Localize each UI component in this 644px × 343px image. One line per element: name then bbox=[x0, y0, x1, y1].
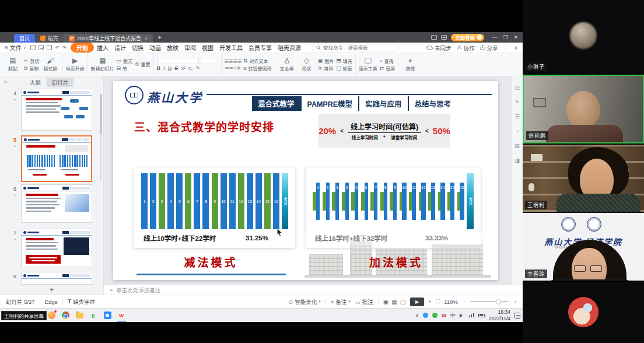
minimize-button[interactable]: — bbox=[492, 34, 497, 40]
slide-thumbnail-4[interactable] bbox=[21, 89, 92, 131]
save-icon[interactable] bbox=[30, 45, 36, 50]
clock[interactable]: 16:342022/11/4 bbox=[489, 309, 510, 321]
search-input[interactable] bbox=[323, 45, 393, 51]
new-slide-button[interactable]: ▦新建幻灯片 bbox=[91, 57, 114, 72]
fill-button[interactable]: ⬒填充 bbox=[336, 58, 352, 64]
participant-tile-3[interactable]: 王明利 bbox=[523, 145, 644, 212]
taskbar-file-explorer[interactable] bbox=[72, 309, 86, 322]
shapes-button[interactable]: ◇形状 bbox=[298, 57, 316, 72]
zoom-slider-knob[interactable] bbox=[496, 299, 501, 304]
taskbar-app-meeting[interactable] bbox=[100, 309, 114, 322]
menu-item-slideshow[interactable]: 放映 bbox=[164, 43, 181, 52]
menu-item-review[interactable]: 审阅 bbox=[181, 43, 199, 52]
sorter-view-icon[interactable]: ▦ bbox=[391, 299, 397, 305]
arrange-button[interactable]: ≋排列 bbox=[318, 65, 334, 72]
zoom-out-button[interactable]: − bbox=[463, 299, 466, 305]
notes-area[interactable]: ≡ 单击此处添加备注 bbox=[104, 285, 523, 295]
taskbar-app-chrome[interactable] bbox=[58, 309, 72, 322]
more-menu-icon[interactable]: ⋮ bbox=[503, 44, 509, 51]
font-family-select[interactable] bbox=[157, 58, 199, 64]
italic-button[interactable]: I bbox=[163, 65, 165, 71]
bold-button[interactable]: B bbox=[157, 65, 161, 71]
tray-app-green-icon[interactable] bbox=[432, 313, 438, 318]
tab-document[interactable]: P 2022年线上线下混合式报告 × bbox=[64, 34, 153, 43]
collab-button[interactable]: 协作 bbox=[457, 44, 475, 52]
present-tools-button[interactable]: 🖵演示工具 bbox=[359, 57, 377, 72]
taskbar-app-ie[interactable]: e bbox=[86, 309, 100, 322]
color-pane-icon[interactable]: ◨ bbox=[514, 158, 520, 163]
copy-button[interactable]: ⧉复制 bbox=[24, 65, 40, 72]
print-icon[interactable] bbox=[38, 45, 44, 50]
command-search[interactable] bbox=[312, 44, 399, 51]
menu-item-animation[interactable]: 动画 bbox=[146, 43, 164, 52]
collapse-panel-icon[interactable]: « bbox=[4, 79, 7, 85]
edit-icon[interactable]: ✎ bbox=[515, 99, 520, 105]
outline-list-icon[interactable]: ☰ bbox=[514, 114, 519, 120]
select-button[interactable]: ⌖选择 bbox=[401, 57, 419, 72]
highlight-button[interactable]: ✎ bbox=[196, 66, 201, 71]
tray-expand-icon[interactable]: ∧ bbox=[415, 313, 419, 318]
menu-item-docer-res[interactable]: 稻壳资源 bbox=[275, 43, 304, 52]
textbox-button[interactable]: A̲文本框 bbox=[278, 57, 296, 72]
play-from-current-button[interactable]: ▶当页开始 bbox=[66, 57, 85, 72]
underline-button[interactable]: U bbox=[168, 65, 172, 71]
reset-button[interactable]: ⟲重置 bbox=[135, 61, 150, 68]
tray-mail-icon[interactable]: M bbox=[442, 313, 446, 318]
participant-tile-1[interactable]: 小琳子 bbox=[523, 0, 644, 74]
menu-item-transition[interactable]: 切换 bbox=[129, 43, 146, 52]
slide-thumbnail-5-current[interactable] bbox=[21, 135, 92, 182]
font-size-select[interactable] bbox=[201, 58, 218, 64]
slide-thumbnail-6[interactable] bbox=[21, 184, 92, 223]
subscript-button[interactable]: X₂ bbox=[188, 66, 193, 71]
collapse-ribbon-icon[interactable]: ∧ bbox=[514, 44, 518, 51]
slide-thumbnail-8[interactable] bbox=[21, 272, 92, 285]
sync-status[interactable]: 未同步 bbox=[426, 44, 452, 52]
beautify-button[interactable]: ⊙智能美化▾ bbox=[288, 298, 321, 306]
menu-item-devtools[interactable]: 开发工具 bbox=[216, 43, 246, 52]
action-center-icon[interactable] bbox=[514, 313, 520, 318]
cut-button[interactable]: ✂剪切 bbox=[24, 58, 40, 64]
tab-home[interactable]: 首页 bbox=[14, 34, 35, 43]
panel-scrollbar[interactable] bbox=[100, 94, 102, 181]
align-text-button[interactable]: ⇅对齐文本 bbox=[243, 58, 272, 64]
share-button[interactable]: 分享 bbox=[480, 44, 498, 52]
close-button[interactable]: ✕ bbox=[513, 34, 518, 40]
replace-button[interactable]: ⇄替换 bbox=[380, 65, 396, 72]
selection-pane-icon[interactable]: ▤ bbox=[514, 143, 520, 149]
taskbar-app-wps[interactable]: W bbox=[114, 309, 128, 322]
slideshow-play-button[interactable]: ▶ bbox=[410, 298, 424, 306]
battery-icon[interactable] bbox=[478, 314, 485, 317]
zoom-slider[interactable] bbox=[470, 301, 509, 302]
properties-icon[interactable]: ◳ bbox=[514, 85, 520, 90]
redo-icon[interactable]: ↷ bbox=[62, 45, 67, 51]
tab-grid-icon[interactable] bbox=[441, 35, 447, 40]
paste-button[interactable]: ▤粘贴 bbox=[4, 57, 22, 72]
zoom-level[interactable]: 110% bbox=[444, 299, 458, 305]
participant-tile-2-active-speaker[interactable]: 佟艳鹏 bbox=[523, 75, 644, 144]
list-buttons[interactable]: ≔ ≕ ≡ ≣ bbox=[225, 65, 241, 71]
comments-button[interactable]: ▭批注 bbox=[355, 298, 373, 306]
tab-docer[interactable]: 稻壳 bbox=[35, 34, 64, 43]
maximize-button[interactable]: ❐ bbox=[503, 34, 508, 40]
zoom-in-button[interactable]: + bbox=[513, 299, 517, 305]
network-icon[interactable] bbox=[469, 313, 474, 317]
tab-outline[interactable]: 大纲 bbox=[30, 78, 41, 86]
missing-font-warning[interactable]: T缺失字体 bbox=[68, 298, 95, 306]
volume-icon[interactable] bbox=[460, 313, 465, 318]
reading-view-icon[interactable]: ▢ bbox=[400, 299, 405, 305]
participant-tile-4[interactable]: 燕山大学 经济学院 YANSHAN UNIVERSITY SCHOOL OF 李… bbox=[523, 213, 644, 281]
menu-item-home[interactable]: 开始 bbox=[71, 43, 94, 52]
new-tab-button[interactable]: + bbox=[158, 34, 161, 41]
slide-thumbnail-7[interactable] bbox=[21, 229, 92, 267]
add-slide-button[interactable]: + bbox=[50, 285, 54, 294]
format-painter-button[interactable]: 🖌格式刷 bbox=[42, 57, 60, 72]
menu-item-member[interactable]: 会员专享 bbox=[246, 43, 275, 52]
superscript-button[interactable]: X² bbox=[181, 66, 186, 71]
animation-pane-icon[interactable]: ◔ bbox=[516, 128, 519, 134]
file-menu[interactable]: ≡文件∨ bbox=[5, 43, 26, 52]
picture-button[interactable]: ▣图片 bbox=[318, 58, 334, 64]
section-button[interactable]: ⊟节 bbox=[117, 65, 133, 72]
menu-item-insert[interactable]: 插入 bbox=[94, 43, 111, 52]
close-tab-icon[interactable]: × bbox=[145, 36, 148, 41]
tray-app-blue-icon[interactable] bbox=[423, 313, 428, 318]
